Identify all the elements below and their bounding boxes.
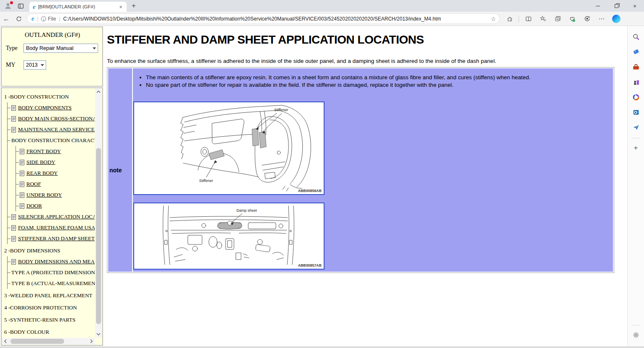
stiffener-label-top: Stiffener (274, 108, 288, 112)
tree-vertical-scrollbar[interactable] (95, 88, 102, 338)
scroll-right-icon[interactable] (88, 338, 95, 345)
browser-tab[interactable]: e [BRM]OUTLANDER (GF#) × (29, 2, 127, 12)
chevron-down-icon (41, 64, 44, 66)
tab-title: [BRM]OUTLANDER (GF#) (38, 4, 117, 9)
window-controls: × (589, 0, 644, 12)
tree-item-body-construction-characteris: BODY CONSTRUCTION CHARACTERIS (8, 135, 95, 146)
window-bottom-edge (0, 346, 644, 348)
refresh-button[interactable] (13, 13, 25, 25)
scrollbar-thumb[interactable] (96, 148, 101, 324)
browser-essentials-icon[interactable] (567, 13, 578, 24)
tree-item-side-body[interactable]: SIDE BODY (16, 157, 95, 168)
document-icon (20, 203, 24, 209)
collections-icon[interactable] (552, 13, 563, 24)
rail-divider (631, 138, 641, 138)
note-body-cell: The main contents of a stiffener are epo… (133, 68, 613, 272)
shopping-icon[interactable] (631, 47, 641, 57)
tree-item-rear-body[interactable]: REAR BODY (16, 168, 95, 179)
url-scheme-label: File (48, 16, 56, 22)
minimize-button[interactable] (589, 0, 607, 12)
tree-item-type-b-actual-measurement-dim: TYPE B (ACTUAL-MEASUREMENT DIM (8, 278, 95, 289)
toolbox-icon[interactable] (631, 62, 641, 73)
extensions-icon[interactable] (504, 13, 515, 24)
damp-sheet-label: Damp sheet (236, 208, 257, 213)
tree-branch: FRONT BODYSIDE BODYREAR BODYROOFUNDER BO… (16, 146, 95, 211)
tree-item-foam-urethane-foam-usage-l[interactable]: FOAM, URETHANE FOAM USAGE L (8, 222, 95, 233)
tree-item-roof[interactable]: ROOF (16, 179, 95, 190)
document-icon (20, 192, 24, 198)
tree-item-silencer-application-location[interactable]: SILENCER APPLICATION LOCATION (8, 211, 95, 222)
page-workspace: OUTLANDER (GF#) Type Body Repair Manual … (0, 26, 644, 346)
document-icon (11, 105, 16, 111)
chevron-down-icon (93, 47, 96, 49)
microsoft-365-icon[interactable] (631, 92, 641, 103)
scroll-up-icon[interactable] (95, 88, 102, 95)
address-bar[interactable]: e | i File | C:/Users/WINDOWS10/Desktop/… (27, 13, 500, 24)
tree-item-under-body[interactable]: UNDER BODY (16, 190, 95, 200)
edge-sidebar-rail: + (627, 26, 644, 346)
favorite-star-icon[interactable]: ☆ (491, 16, 496, 22)
restore-button[interactable] (607, 0, 626, 12)
notification-dot (10, 1, 13, 4)
tree-horizontal-scrollbar[interactable] (2, 338, 95, 345)
document-icon (20, 160, 24, 165)
rail-divider (631, 325, 641, 325)
tree-item-door[interactable]: DOOR (16, 200, 95, 211)
document-icon (11, 259, 16, 265)
figure-damp-sheet-location: Damp sheet ABB00857AB (133, 203, 325, 270)
tree-item-stiffener-and-damp-sheet-app[interactable]: STIFFENER AND DAMP SHEET APP (8, 233, 95, 244)
split-screen-icon[interactable] (523, 13, 534, 24)
document-icon (11, 214, 16, 220)
scrollbar-thumb[interactable] (10, 339, 64, 344)
rear-body-diagram: Stiffener Stiffener (134, 102, 324, 192)
figure-code: ABB00856AB (298, 189, 322, 193)
tab-actions-menu-icon[interactable] (15, 1, 26, 10)
new-tab-button[interactable]: + (128, 1, 139, 11)
close-button[interactable]: × (626, 0, 644, 12)
search-icon[interactable] (631, 31, 641, 42)
tree-item-1-body-construction: 1 -BODY CONSTRUCTION (4, 91, 95, 102)
document-icon (11, 127, 16, 132)
scroll-down-icon[interactable] (95, 331, 102, 338)
ie-mode-icon: e (31, 16, 34, 22)
type-select[interactable]: Body Repair Manual (23, 44, 98, 53)
tree-branch: BODY DIMENSIONS AND MEASURETYPE A (PROJE… (7, 256, 95, 289)
tree-item-front-body[interactable]: FRONT BODY (16, 146, 95, 157)
customize-sidebar-button[interactable]: + (631, 143, 641, 153)
note-table: note The main contents of a stiffener ar… (107, 67, 614, 273)
tree-item-body-main-cross-sectional-vie[interactable]: BODY MAIN CROSS-SECTIONAL VIE (8, 113, 95, 124)
ie-mode-reload-icon[interactable] (582, 13, 592, 24)
model-year-select[interactable]: 2013 (23, 60, 46, 70)
figure-stiffener-locations: Stiffener Stiffener ABB00856AB (133, 101, 325, 195)
settings-more-icon[interactable] (596, 13, 607, 24)
type-select-value: Body Repair Manual (26, 45, 73, 51)
stiffener-label-bottom: Stiffener (199, 179, 213, 183)
sidebar-settings-icon[interactable] (631, 330, 641, 340)
note-bullet: The main contents of a stiffener are epo… (146, 74, 609, 81)
drop-icon[interactable] (631, 122, 641, 133)
contents-tree-frame: 1 -BODY CONSTRUCTIONBODY COMPONENTSBODY … (1, 88, 103, 345)
site-info-button[interactable]: i File (41, 16, 56, 22)
tab-close-icon[interactable]: × (117, 4, 124, 10)
tree-item-maintenance-and-serviceabil[interactable]: MAINTENANCE AND SERVICEABIL (8, 124, 95, 135)
outlook-icon[interactable] (631, 107, 641, 118)
copilot-icon[interactable] (611, 13, 622, 24)
document-icon (11, 116, 16, 122)
contents-tree: 1 -BODY CONSTRUCTIONBODY COMPONENTSBODY … (4, 90, 95, 338)
tree-item-4-corrosion-protection: 4 -CORROSION PROTECTION (4, 302, 95, 313)
tree-branch: BODY COMPONENTSBODY MAIN CROSS-SECTIONAL… (7, 102, 95, 244)
content-frame: STIFFENER AND DAMP SHEET APPLICATION LOC… (104, 26, 627, 346)
tree-item-body-components[interactable]: BODY COMPONENTS (8, 102, 95, 113)
page-title: STIFFENER AND DAMP SHEET APPLICATION LOC… (107, 33, 627, 47)
back-button[interactable]: ← (0, 13, 13, 25)
profile-button[interactable] (2, 1, 14, 11)
toolbar-icons (504, 13, 622, 24)
url-text[interactable]: C:/Users/WINDOWS10/Desktop/Mitsibishi%20… (63, 16, 488, 22)
my-label: MY (6, 62, 21, 68)
tree-item-body-dimensions-and-measure[interactable]: BODY DIMENSIONS AND MEASURE (8, 256, 95, 267)
document-icon (20, 149, 24, 154)
games-icon[interactable] (631, 77, 641, 88)
scroll-left-icon[interactable] (2, 338, 9, 345)
intro-paragraph: To enhance the surface stiffness, a stif… (107, 58, 627, 64)
favorites-icon[interactable] (538, 13, 548, 24)
